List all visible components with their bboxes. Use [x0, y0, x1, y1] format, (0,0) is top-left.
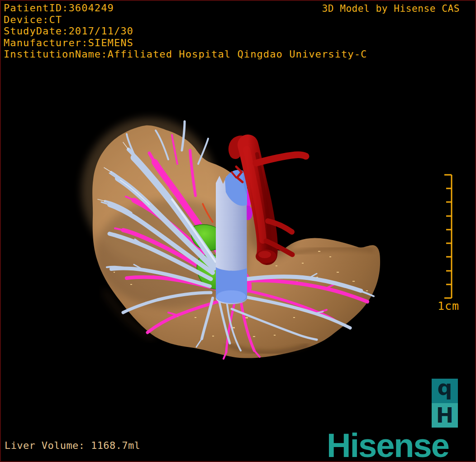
meta-line-device: Device:CT	[4, 14, 367, 26]
dh-logo-top: d	[432, 379, 458, 403]
dh-logo-letter-d: d	[438, 380, 452, 401]
field-separator: :	[101, 48, 107, 60]
dh-logo-bottom: H	[432, 403, 458, 428]
field-separator: :	[62, 25, 68, 37]
field-value: 2017/11/30	[68, 25, 133, 37]
field-label: InstitutionName	[4, 48, 101, 60]
field-separator: :	[43, 14, 49, 25]
field-value: SIEMENS	[88, 37, 133, 48]
dh-logo-letter-h: H	[436, 405, 454, 426]
app-watermark: 3D Model by Hisense CAS	[322, 3, 460, 14]
patient-metadata: PatientID:3604249 Device:CT StudyDate:20…	[4, 2, 367, 60]
hisense-wordmark: Hisense	[327, 426, 476, 462]
field-separator: :	[81, 37, 88, 48]
liver-volume-readout: Liver Volume: 1168.7ml	[5, 440, 140, 451]
viewer-window: PatientID:3604249 Device:CT StudyDate:20…	[0, 0, 476, 462]
scale-bar-label: 1cm	[438, 299, 459, 313]
field-label: Manufacturer	[4, 37, 81, 48]
field-value: 3604249	[68, 2, 114, 14]
meta-line-manufacturer: Manufacturer:SIEMENS	[4, 37, 367, 49]
field-value: CT	[49, 14, 62, 25]
ivc-tube	[216, 170, 247, 304]
field-separator: :	[62, 2, 68, 14]
meta-line-patient-id: PatientID:3604249	[4, 2, 367, 14]
field-label: StudyDate	[4, 25, 62, 37]
field-label: Device	[4, 14, 43, 25]
scale-bar	[444, 175, 452, 298]
model-viewport[interactable]	[0, 0, 476, 462]
liver-volume-value: 1168.7ml	[91, 440, 140, 451]
field-label: PatientID	[4, 2, 62, 14]
liver-volume-label: Liver Volume:	[5, 440, 91, 451]
dh-logo-icon: d H	[432, 379, 458, 428]
field-value: Affiliated Hospital Qingdao University-C	[108, 48, 367, 60]
meta-line-institution: InstitutionName:Affiliated Hospital Qing…	[4, 48, 367, 60]
meta-line-study-date: StudyDate:2017/11/30	[4, 25, 367, 37]
